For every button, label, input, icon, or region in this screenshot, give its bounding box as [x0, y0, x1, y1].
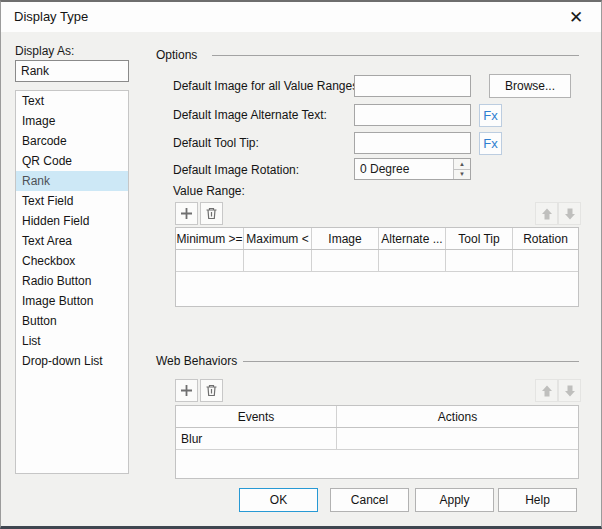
- rotation-value: 0 Degree: [360, 162, 409, 176]
- col-minimum[interactable]: Minimum >=: [176, 228, 244, 249]
- web-behaviors-delete-button[interactable]: [200, 379, 223, 402]
- list-item-text-field[interactable]: Text Field: [16, 191, 128, 211]
- list-item-rank[interactable]: Rank: [16, 171, 128, 191]
- list-item-button[interactable]: Button: [16, 311, 128, 331]
- spin-up-icon[interactable]: ▲: [454, 159, 470, 170]
- cell-event-blur[interactable]: Blur: [176, 428, 337, 449]
- rotation-spinner[interactable]: 0 Degree ▲ ▼: [354, 158, 471, 180]
- arrow-down-icon: [563, 384, 577, 398]
- display-type-list: Text Image Barcode QR Code Rank Text Fie…: [15, 90, 129, 474]
- value-range-add-button[interactable]: [175, 202, 198, 225]
- list-item-hidden-field[interactable]: Hidden Field: [16, 211, 128, 231]
- cell-rotation[interactable]: [513, 250, 578, 271]
- default-image-input[interactable]: [354, 75, 471, 97]
- value-range-header-row: Minimum >= Maximum < Image Alternate ...…: [176, 228, 578, 250]
- alternate-text-fx-button[interactable]: Fx: [479, 104, 502, 127]
- cell-image[interactable]: [312, 250, 379, 271]
- list-item-barcode[interactable]: Barcode: [16, 131, 128, 151]
- arrow-up-icon: [540, 207, 554, 221]
- display-as-input[interactable]: [15, 60, 129, 82]
- help-button[interactable]: Help: [498, 488, 577, 512]
- cell-maximum[interactable]: [244, 250, 312, 271]
- web-behaviors-table: Events Actions Blur: [175, 405, 579, 479]
- trash-icon: [205, 207, 218, 220]
- browse-button[interactable]: Browse...: [489, 74, 571, 98]
- window-title: Display Type: [14, 9, 88, 24]
- plus-icon: [180, 384, 193, 397]
- web-behaviors-header-row: Events Actions: [176, 406, 578, 428]
- rotation-spin-buttons: ▲ ▼: [453, 159, 470, 179]
- value-range-move-down-button[interactable]: [558, 202, 581, 225]
- rotation-label: Default Image Rotation:: [173, 163, 299, 177]
- list-item-radio-button[interactable]: Radio Button: [16, 271, 128, 291]
- web-behaviors-add-button[interactable]: [175, 379, 198, 402]
- trash-icon: [205, 384, 218, 397]
- alternate-text-input[interactable]: [354, 104, 471, 126]
- web-behaviors-move-up-button[interactable]: [535, 379, 558, 402]
- list-item-list[interactable]: List: [16, 331, 128, 351]
- col-image[interactable]: Image: [312, 228, 379, 249]
- list-item-drop-down-list[interactable]: Drop-down List: [16, 351, 128, 371]
- ok-button[interactable]: OK: [239, 488, 318, 512]
- close-icon[interactable]: ✕: [563, 5, 589, 29]
- title-bar: Display Type ✕: [1, 2, 601, 32]
- arrow-down-icon: [563, 207, 577, 221]
- plus-icon: [180, 207, 193, 220]
- cell-alternate[interactable]: [379, 250, 446, 271]
- options-section-title: Options: [156, 48, 197, 62]
- web-behaviors-section-divider: [243, 361, 579, 362]
- cell-tool-tip[interactable]: [446, 250, 513, 271]
- display-type-dialog: Display Type ✕ Display As: Text Image Ba…: [0, 0, 602, 529]
- alternate-text-label: Default Image Alternate Text:: [173, 108, 327, 122]
- value-range-table: Minimum >= Maximum < Image Alternate ...…: [175, 227, 579, 307]
- web-behaviors-section-title: Web Behaviors: [156, 354, 237, 368]
- list-item-qr-code[interactable]: QR Code: [16, 151, 128, 171]
- col-events[interactable]: Events: [176, 406, 337, 427]
- default-image-label: Default Image for all Value Ranges:: [173, 79, 362, 93]
- spin-down-icon[interactable]: ▼: [454, 170, 470, 180]
- col-rotation[interactable]: Rotation: [513, 228, 578, 249]
- cell-action-blur[interactable]: [337, 428, 578, 449]
- col-maximum[interactable]: Maximum <: [244, 228, 312, 249]
- list-item-text-area[interactable]: Text Area: [16, 231, 128, 251]
- cancel-button[interactable]: Cancel: [330, 488, 409, 512]
- options-section-divider: [212, 55, 579, 56]
- list-item-text[interactable]: Text: [16, 91, 128, 111]
- list-item-image[interactable]: Image: [16, 111, 128, 131]
- col-actions[interactable]: Actions: [337, 406, 578, 427]
- value-range-move-up-button[interactable]: [535, 202, 558, 225]
- col-tool-tip[interactable]: Tool Tip: [446, 228, 513, 249]
- value-range-delete-button[interactable]: [200, 202, 223, 225]
- list-item-checkbox[interactable]: Checkbox: [16, 251, 128, 271]
- tool-tip-fx-button[interactable]: Fx: [479, 132, 502, 155]
- value-range-label: Value Range:: [173, 184, 245, 198]
- value-range-empty-row[interactable]: [176, 250, 578, 272]
- tool-tip-input[interactable]: [354, 132, 471, 154]
- web-behaviors-row-blur[interactable]: Blur: [176, 428, 578, 450]
- list-item-image-button[interactable]: Image Button: [16, 291, 128, 311]
- display-as-label: Display As:: [15, 44, 74, 58]
- tool-tip-label: Default Tool Tip:: [173, 136, 259, 150]
- cell-minimum[interactable]: [176, 250, 244, 271]
- web-behaviors-move-down-button[interactable]: [558, 379, 581, 402]
- arrow-up-icon: [540, 384, 554, 398]
- col-alternate[interactable]: Alternate ...: [379, 228, 446, 249]
- apply-button[interactable]: Apply: [415, 488, 494, 512]
